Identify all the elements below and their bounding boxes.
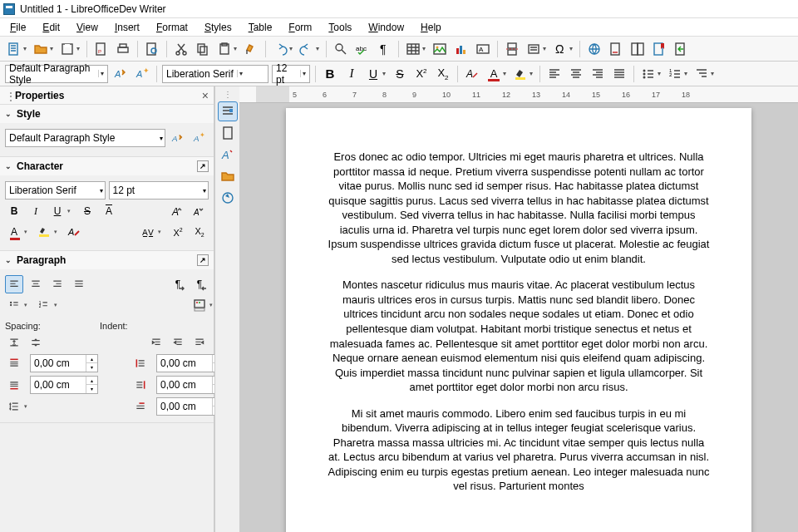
char-font-combo[interactable]: Liberation Serif▾ bbox=[5, 181, 106, 200]
save-button[interactable] bbox=[57, 39, 77, 59]
save-dropdown[interactable]: ▾ bbox=[76, 45, 83, 52]
para-align-left-button[interactable] bbox=[5, 275, 23, 293]
bullet-dropdown[interactable]: ▾ bbox=[658, 70, 664, 77]
menu-styles[interactable]: Styles bbox=[196, 20, 240, 35]
paste-button[interactable] bbox=[214, 39, 234, 59]
highlight-dropdown[interactable]: ▾ bbox=[530, 70, 536, 77]
char-spacing-button[interactable]: A̲V̲▾ bbox=[139, 223, 157, 241]
style-combo[interactable]: Default Paragraph Style▾ bbox=[5, 129, 165, 147]
char-italic-button[interactable]: I bbox=[27, 202, 45, 220]
tab-styles[interactable]: A bbox=[218, 145, 238, 165]
indent-dec-button[interactable] bbox=[169, 333, 187, 352]
strikethrough-button[interactable]: S bbox=[390, 64, 410, 84]
menu-tools[interactable]: Tools bbox=[320, 20, 360, 35]
new-style-button[interactable]: A✦ bbox=[132, 64, 152, 84]
document-page[interactable]: Eros donec ac odio tempor. Ultricies mi … bbox=[286, 108, 751, 532]
sidebar-close-button[interactable]: × bbox=[202, 89, 209, 102]
number-list-button[interactable]: 12 bbox=[665, 64, 685, 84]
sidebar-grip-icon[interactable] bbox=[5, 90, 8, 101]
paragraph-3[interactable]: Mi sit amet mauris commodo. Libero enim … bbox=[326, 406, 712, 494]
menu-window[interactable]: Window bbox=[360, 20, 412, 35]
endnote-button[interactable] bbox=[628, 39, 648, 59]
font-name-combo[interactable]: Liberation Serif▾ bbox=[162, 65, 268, 83]
update-style-button[interactable]: A bbox=[111, 64, 131, 84]
number-dropdown[interactable]: ▾ bbox=[684, 70, 691, 77]
char-clear-button[interactable]: A bbox=[65, 223, 83, 241]
panel-style-header[interactable]: ⌄ Style bbox=[0, 105, 214, 123]
formatting-marks-button[interactable]: ¶ bbox=[374, 39, 394, 59]
table-dropdown[interactable]: ▾ bbox=[422, 45, 429, 52]
print-button[interactable] bbox=[113, 39, 133, 59]
underline-button[interactable]: U bbox=[363, 64, 383, 84]
undo-dropdown[interactable]: ▾ bbox=[289, 45, 296, 52]
open-dropdown[interactable]: ▾ bbox=[50, 45, 57, 52]
space-below-spinner[interactable]: 0,00 cm▴▾ bbox=[30, 376, 98, 394]
menu-view[interactable]: View bbox=[68, 20, 106, 35]
menu-file[interactable]: File bbox=[2, 20, 34, 35]
paragraph-1[interactable]: Eros donec ac odio tempor. Ultricies mi … bbox=[326, 150, 712, 266]
clone-formatting-button[interactable] bbox=[241, 39, 261, 59]
para-ltr-button[interactable]: ¶ bbox=[169, 275, 187, 293]
footnote-button[interactable] bbox=[606, 39, 626, 59]
paste-dropdown[interactable]: ▾ bbox=[234, 45, 240, 52]
char-grow-button[interactable]: A bbox=[169, 202, 187, 220]
subscript-button[interactable]: X2 bbox=[433, 64, 453, 84]
field-dropdown[interactable]: ▾ bbox=[543, 45, 549, 52]
align-right-button[interactable] bbox=[588, 64, 608, 84]
para-numbers-button[interactable]: 12▾ bbox=[35, 296, 53, 314]
copy-button[interactable] bbox=[193, 39, 213, 59]
paragraph-style-combo[interactable]: Default Paragraph Style▾ bbox=[5, 65, 108, 83]
char-underline-button[interactable]: U▾ bbox=[48, 202, 66, 220]
tab-navigator[interactable] bbox=[218, 188, 238, 208]
insert-table-button[interactable] bbox=[403, 39, 423, 59]
char-bold-button[interactable]: B bbox=[5, 202, 23, 220]
hanging-indent-button[interactable] bbox=[190, 333, 209, 352]
cross-ref-button[interactable] bbox=[671, 39, 691, 59]
menu-form[interactable]: Form bbox=[280, 20, 320, 35]
page-break-button[interactable] bbox=[502, 39, 522, 59]
special-char-dropdown[interactable]: ▾ bbox=[569, 45, 576, 52]
menu-help[interactable]: Help bbox=[412, 20, 450, 35]
font-color-dropdown[interactable]: ▾ bbox=[503, 70, 510, 77]
spacing-dec-button[interactable] bbox=[27, 333, 45, 352]
style-update-button[interactable]: A bbox=[169, 129, 187, 147]
menu-table[interactable]: Table bbox=[240, 20, 281, 35]
para-align-justify-button[interactable] bbox=[70, 275, 88, 293]
panel-paragraph-header[interactable]: ⌄ Paragraph ↗ bbox=[0, 251, 214, 269]
open-button[interactable] bbox=[31, 39, 51, 59]
para-bgcolor-button[interactable]: ▾ bbox=[190, 296, 209, 314]
panel-character-header[interactable]: ⌄ Character ↗ bbox=[0, 157, 214, 175]
insert-image-button[interactable] bbox=[430, 39, 450, 59]
undo-button[interactable] bbox=[270, 39, 290, 59]
line-spacing-button[interactable]: ▾ bbox=[5, 397, 23, 416]
align-justify-button[interactable] bbox=[609, 64, 629, 84]
spacing-inc-button[interactable] bbox=[5, 333, 23, 352]
redo-button[interactable] bbox=[297, 39, 317, 59]
outline-dropdown[interactable]: ▾ bbox=[711, 70, 717, 77]
hyperlink-button[interactable] bbox=[584, 39, 604, 59]
paragraph-more-button[interactable]: ↗ bbox=[197, 254, 209, 266]
bullet-list-button[interactable] bbox=[638, 64, 658, 84]
paragraph-2[interactable]: Montes nascetur ridiculus mus mauris vit… bbox=[326, 278, 712, 394]
char-shrink-button[interactable]: A bbox=[190, 202, 209, 220]
tab-properties[interactable] bbox=[218, 101, 238, 121]
align-center-button[interactable] bbox=[566, 64, 586, 84]
superscript-button[interactable]: X2 bbox=[411, 64, 431, 84]
space-above-spinner[interactable]: 0,00 cm▴▾ bbox=[30, 354, 98, 372]
char-overline-button[interactable]: A bbox=[100, 202, 118, 220]
char-super-button[interactable]: X2 bbox=[169, 223, 187, 241]
new-dropdown[interactable]: ▾ bbox=[23, 45, 30, 52]
italic-button[interactable]: I bbox=[342, 64, 362, 84]
char-fontcolor-button[interactable]: A▾ bbox=[5, 223, 23, 241]
indent-inc-button[interactable] bbox=[147, 333, 165, 352]
redo-dropdown[interactable]: ▾ bbox=[316, 45, 323, 52]
bold-button[interactable]: B bbox=[320, 64, 340, 84]
clear-formatting-button[interactable]: A bbox=[462, 64, 482, 84]
horizontal-ruler[interactable]: 5 6 7 8 9 10 11 12 13 14 15 16 17 18 bbox=[239, 86, 798, 103]
menu-insert[interactable]: Insert bbox=[106, 20, 148, 35]
underline-dropdown[interactable]: ▾ bbox=[382, 70, 389, 77]
highlight-button[interactable] bbox=[510, 64, 530, 84]
spellcheck-button[interactable]: abc bbox=[352, 39, 372, 59]
insert-chart-button[interactable] bbox=[451, 39, 471, 59]
export-pdf-button[interactable]: P bbox=[91, 39, 111, 59]
